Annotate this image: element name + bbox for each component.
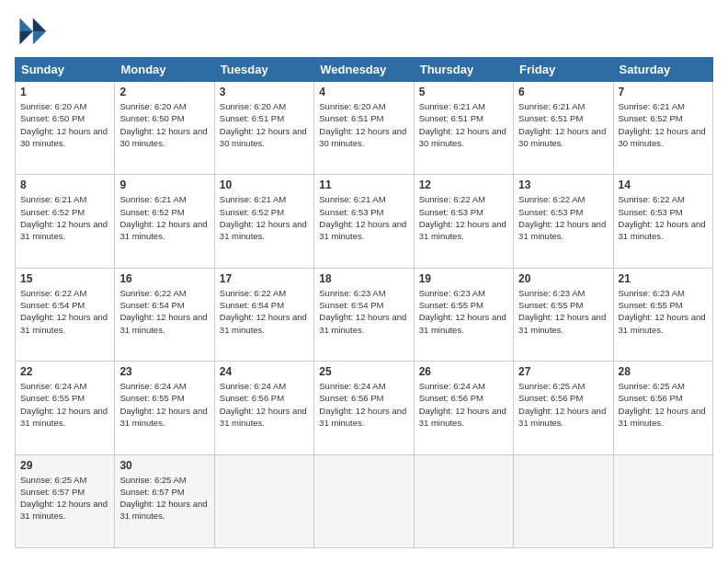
calendar-day-cell bbox=[414, 454, 513, 547]
day-number: 10 bbox=[220, 178, 309, 191]
day-detail: Sunrise: 6:22 AMSunset: 6:53 PMDaylight:… bbox=[419, 193, 508, 242]
day-number: 30 bbox=[119, 459, 209, 472]
day-detail: Sunrise: 6:20 AMSunset: 6:51 PMDaylight:… bbox=[319, 100, 408, 149]
logo bbox=[15, 15, 51, 48]
page-header bbox=[15, 15, 713, 48]
day-detail: Sunrise: 6:24 AMSunset: 6:55 PMDaylight:… bbox=[20, 380, 109, 429]
day-detail: Sunrise: 6:22 AMSunset: 6:53 PMDaylight:… bbox=[619, 193, 708, 242]
day-number: 20 bbox=[518, 272, 608, 285]
calendar-day-cell: 24Sunrise: 6:24 AMSunset: 6:56 PMDayligh… bbox=[214, 362, 313, 454]
day-number: 8 bbox=[20, 178, 109, 191]
calendar-day-cell: 16Sunrise: 6:22 AMSunset: 6:54 PMDayligh… bbox=[115, 268, 214, 361]
day-detail: Sunrise: 6:20 AMSunset: 6:51 PMDaylight:… bbox=[220, 100, 309, 149]
day-number: 21 bbox=[619, 272, 708, 285]
calendar-day-cell: 21Sunrise: 6:23 AMSunset: 6:55 PMDayligh… bbox=[613, 268, 712, 361]
day-detail: Sunrise: 6:24 AMSunset: 6:55 PMDaylight:… bbox=[119, 380, 209, 429]
calendar-day-cell: 14Sunrise: 6:22 AMSunset: 6:53 PMDayligh… bbox=[613, 175, 712, 268]
calendar-table: SundayMondayTuesdayWednesdayThursdayFrid… bbox=[15, 57, 713, 548]
day-number: 26 bbox=[419, 365, 508, 378]
day-detail: Sunrise: 6:22 AMSunset: 6:54 PMDaylight:… bbox=[20, 287, 109, 336]
calendar-day-cell: 6Sunrise: 6:21 AMSunset: 6:51 PMDaylight… bbox=[514, 82, 613, 175]
day-detail: Sunrise: 6:21 AMSunset: 6:52 PMDaylight:… bbox=[20, 193, 109, 242]
calendar-header-row: SundayMondayTuesdayWednesdayThursdayFrid… bbox=[16, 58, 713, 82]
weekday-header: Friday bbox=[514, 58, 613, 82]
calendar-day-cell: 25Sunrise: 6:24 AMSunset: 6:56 PMDayligh… bbox=[314, 362, 414, 454]
weekday-header: Sunday bbox=[16, 58, 115, 82]
calendar-week-row: 22Sunrise: 6:24 AMSunset: 6:55 PMDayligh… bbox=[16, 362, 713, 454]
calendar-day-cell: 17Sunrise: 6:22 AMSunset: 6:54 PMDayligh… bbox=[214, 268, 313, 361]
day-number: 18 bbox=[319, 272, 408, 285]
calendar-day-cell: 23Sunrise: 6:24 AMSunset: 6:55 PMDayligh… bbox=[115, 362, 214, 454]
day-number: 1 bbox=[20, 86, 109, 98]
day-number: 29 bbox=[20, 459, 109, 472]
calendar-day-cell: 28Sunrise: 6:25 AMSunset: 6:56 PMDayligh… bbox=[613, 362, 712, 454]
calendar-day-cell: 12Sunrise: 6:22 AMSunset: 6:53 PMDayligh… bbox=[414, 175, 513, 268]
calendar-day-cell bbox=[514, 454, 613, 547]
day-number: 17 bbox=[220, 272, 309, 285]
svg-marker-1 bbox=[33, 31, 46, 44]
day-detail: Sunrise: 6:24 AMSunset: 6:56 PMDaylight:… bbox=[220, 380, 309, 429]
weekday-header: Tuesday bbox=[214, 58, 313, 82]
calendar-day-cell: 1Sunrise: 6:20 AMSunset: 6:50 PMDaylight… bbox=[16, 82, 115, 175]
day-number: 11 bbox=[319, 178, 408, 191]
day-number: 4 bbox=[319, 86, 408, 98]
calendar-day-cell: 19Sunrise: 6:23 AMSunset: 6:55 PMDayligh… bbox=[414, 268, 513, 361]
day-detail: Sunrise: 6:25 AMSunset: 6:57 PMDaylight:… bbox=[119, 474, 209, 523]
day-number: 19 bbox=[419, 272, 508, 285]
calendar-day-cell bbox=[314, 454, 414, 547]
calendar-week-row: 1Sunrise: 6:20 AMSunset: 6:50 PMDaylight… bbox=[16, 82, 713, 175]
day-number: 7 bbox=[619, 86, 708, 98]
calendar-day-cell: 22Sunrise: 6:24 AMSunset: 6:55 PMDayligh… bbox=[16, 362, 115, 454]
calendar-week-row: 8Sunrise: 6:21 AMSunset: 6:52 PMDaylight… bbox=[16, 175, 713, 268]
day-number: 3 bbox=[220, 86, 309, 98]
calendar-day-cell: 11Sunrise: 6:21 AMSunset: 6:53 PMDayligh… bbox=[314, 175, 414, 268]
calendar-day-cell: 29Sunrise: 6:25 AMSunset: 6:57 PMDayligh… bbox=[16, 454, 115, 547]
calendar-day-cell bbox=[613, 454, 712, 547]
calendar-day-cell: 9Sunrise: 6:21 AMSunset: 6:52 PMDaylight… bbox=[115, 175, 214, 268]
day-number: 22 bbox=[20, 365, 109, 378]
day-number: 5 bbox=[419, 86, 508, 98]
day-detail: Sunrise: 6:22 AMSunset: 6:54 PMDaylight:… bbox=[119, 287, 209, 336]
calendar-day-cell: 13Sunrise: 6:22 AMSunset: 6:53 PMDayligh… bbox=[514, 175, 613, 268]
calendar-day-cell: 18Sunrise: 6:23 AMSunset: 6:54 PMDayligh… bbox=[314, 268, 414, 361]
day-detail: Sunrise: 6:25 AMSunset: 6:57 PMDaylight:… bbox=[20, 474, 109, 523]
calendar-week-row: 15Sunrise: 6:22 AMSunset: 6:54 PMDayligh… bbox=[16, 268, 713, 361]
day-number: 24 bbox=[220, 365, 309, 378]
calendar-week-row: 29Sunrise: 6:25 AMSunset: 6:57 PMDayligh… bbox=[16, 454, 713, 547]
day-number: 12 bbox=[419, 178, 508, 191]
day-number: 27 bbox=[518, 365, 608, 378]
calendar-day-cell: 5Sunrise: 6:21 AMSunset: 6:51 PMDaylight… bbox=[414, 82, 513, 175]
logo-icon bbox=[15, 15, 48, 48]
day-detail: Sunrise: 6:21 AMSunset: 6:52 PMDaylight:… bbox=[619, 100, 708, 149]
calendar-day-cell: 30Sunrise: 6:25 AMSunset: 6:57 PMDayligh… bbox=[115, 454, 214, 547]
calendar-day-cell: 7Sunrise: 6:21 AMSunset: 6:52 PMDaylight… bbox=[613, 82, 712, 175]
svg-marker-3 bbox=[19, 31, 32, 44]
calendar-day-cell: 26Sunrise: 6:24 AMSunset: 6:56 PMDayligh… bbox=[414, 362, 513, 454]
day-detail: Sunrise: 6:21 AMSunset: 6:52 PMDaylight:… bbox=[220, 193, 309, 242]
day-number: 14 bbox=[619, 178, 708, 191]
day-detail: Sunrise: 6:22 AMSunset: 6:53 PMDaylight:… bbox=[518, 193, 608, 242]
day-number: 9 bbox=[119, 178, 209, 191]
calendar-day-cell: 4Sunrise: 6:20 AMSunset: 6:51 PMDaylight… bbox=[314, 82, 414, 175]
day-number: 13 bbox=[518, 178, 608, 191]
day-detail: Sunrise: 6:21 AMSunset: 6:52 PMDaylight:… bbox=[119, 193, 209, 242]
day-detail: Sunrise: 6:23 AMSunset: 6:55 PMDaylight:… bbox=[619, 287, 708, 336]
day-number: 28 bbox=[619, 365, 708, 378]
calendar-day-cell: 3Sunrise: 6:20 AMSunset: 6:51 PMDaylight… bbox=[214, 82, 313, 175]
calendar-day-cell bbox=[214, 454, 313, 547]
day-detail: Sunrise: 6:20 AMSunset: 6:50 PMDaylight:… bbox=[20, 100, 109, 149]
calendar-day-cell: 10Sunrise: 6:21 AMSunset: 6:52 PMDayligh… bbox=[214, 175, 313, 268]
calendar-day-cell: 8Sunrise: 6:21 AMSunset: 6:52 PMDaylight… bbox=[16, 175, 115, 268]
calendar-day-cell: 2Sunrise: 6:20 AMSunset: 6:50 PMDaylight… bbox=[115, 82, 214, 175]
day-detail: Sunrise: 6:25 AMSunset: 6:56 PMDaylight:… bbox=[518, 380, 608, 429]
day-detail: Sunrise: 6:24 AMSunset: 6:56 PMDaylight:… bbox=[419, 380, 508, 429]
calendar-day-cell: 27Sunrise: 6:25 AMSunset: 6:56 PMDayligh… bbox=[514, 362, 613, 454]
weekday-header: Thursday bbox=[414, 58, 513, 82]
day-detail: Sunrise: 6:23 AMSunset: 6:55 PMDaylight:… bbox=[518, 287, 608, 336]
svg-marker-2 bbox=[19, 18, 32, 31]
svg-marker-0 bbox=[33, 18, 46, 31]
day-number: 16 bbox=[119, 272, 209, 285]
weekday-header: Wednesday bbox=[314, 58, 414, 82]
day-detail: Sunrise: 6:22 AMSunset: 6:54 PMDaylight:… bbox=[220, 287, 309, 336]
weekday-header: Saturday bbox=[613, 58, 712, 82]
